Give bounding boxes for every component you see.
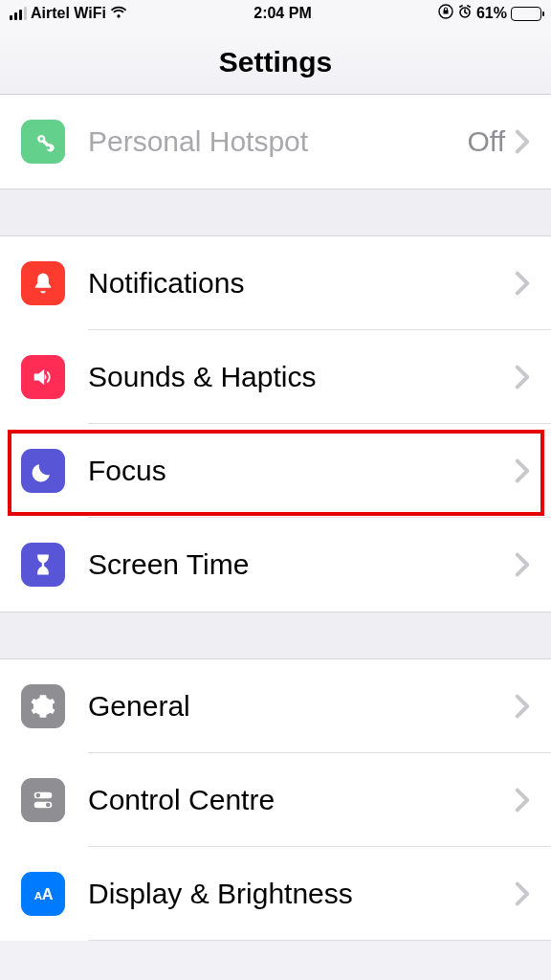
battery-pct: 61% <box>476 5 507 22</box>
wifi-icon <box>110 5 127 22</box>
chevron-right-icon <box>515 552 530 577</box>
alarm-icon <box>457 4 473 23</box>
chevron-right-icon <box>515 788 530 813</box>
row-label: Personal Hotspot <box>88 125 468 158</box>
row-screen-time[interactable]: Screen Time <box>0 518 551 612</box>
battery-icon <box>511 7 541 21</box>
chevron-right-icon <box>515 129 530 154</box>
moon-icon <box>21 449 65 493</box>
nav-header: Settings <box>0 27 551 95</box>
row-label: Notifications <box>88 267 515 300</box>
speaker-icon <box>21 355 65 399</box>
status-right: 61% <box>438 4 541 23</box>
row-general[interactable]: General <box>0 659 551 753</box>
row-value: Off <box>468 125 505 158</box>
bell-icon <box>21 261 65 305</box>
hourglass-icon <box>21 543 65 587</box>
text-size-icon: AA <box>21 872 65 916</box>
row-label: Sounds & Haptics <box>88 361 515 393</box>
orientation-lock-icon <box>438 4 453 23</box>
svg-point-3 <box>35 793 40 798</box>
svg-text:A: A <box>42 885 54 902</box>
signal-bars-icon <box>10 7 27 20</box>
gear-icon <box>21 684 65 728</box>
status-left: Airtel WiFi <box>10 5 127 22</box>
row-control-centre[interactable]: Control Centre <box>0 753 551 847</box>
chevron-right-icon <box>515 694 530 719</box>
row-label: Screen Time <box>88 548 515 581</box>
svg-point-5 <box>46 803 51 808</box>
row-notifications[interactable]: Notifications <box>0 236 551 330</box>
settings-section-general: General Control Centre AA Display & Brig… <box>0 659 551 941</box>
chevron-right-icon <box>515 365 530 390</box>
row-focus[interactable]: Focus <box>0 424 551 518</box>
row-personal-hotspot[interactable]: Personal Hotspot Off <box>0 95 551 189</box>
page-title: Settings <box>0 46 551 78</box>
row-display-brightness[interactable]: AA Display & Brightness <box>0 847 551 941</box>
chevron-right-icon <box>515 271 530 296</box>
section-gap <box>0 189 551 236</box>
row-label: Focus <box>88 455 515 487</box>
row-label: General <box>88 690 515 723</box>
chevron-right-icon <box>515 458 530 483</box>
section-gap <box>0 612 551 659</box>
settings-section-notifications: Notifications Sounds & Haptics Focus Scr… <box>0 236 551 612</box>
row-sounds-haptics[interactable]: Sounds & Haptics <box>0 330 551 424</box>
chevron-right-icon <box>515 881 530 906</box>
row-label: Control Centre <box>88 784 515 816</box>
carrier-label: Airtel WiFi <box>31 5 106 22</box>
row-label: Display & Brightness <box>88 878 515 910</box>
settings-section-connectivity: Personal Hotspot Off <box>0 95 551 189</box>
toggles-icon <box>21 778 65 822</box>
clock: 2:04 PM <box>253 5 311 22</box>
hotspot-icon <box>21 120 65 164</box>
status-bar: Airtel WiFi 2:04 PM 61% <box>0 0 551 27</box>
